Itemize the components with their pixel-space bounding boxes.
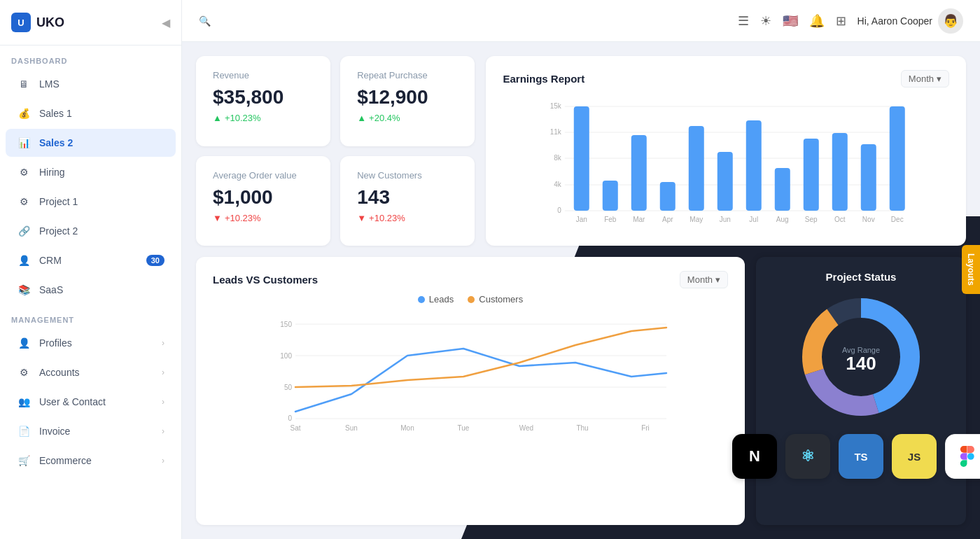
sidebar-item-label: User & Contact: [39, 396, 106, 407]
legend-leads-label: Leads: [429, 294, 454, 304]
project1-icon: ⚙: [17, 195, 31, 209]
stat-card-avg-order: Average Order value $1,000 ▼ +10.23%: [196, 156, 330, 246]
stat-label: Average Order value: [213, 170, 314, 181]
chevron-icon: ›: [162, 338, 164, 348]
donut-chart: Avg Range 140: [798, 294, 924, 420]
svg-rect-19: [832, 133, 848, 211]
content-area: Revenue $35,800 ▲ +10.23% Repeat Purchas…: [182, 42, 980, 539]
svg-text:Feb: Feb: [605, 216, 617, 223]
leads-card: Leads VS Customers Month ▾ Leads: [196, 257, 745, 525]
section-label-management: MANAGEMENT: [0, 304, 181, 328]
sidebar-item-project2[interactable]: 🔗 Project 2: [6, 217, 176, 245]
content-inner: Revenue $35,800 ▲ +10.23% Repeat Purchas…: [196, 56, 966, 525]
saas-icon: 📚: [17, 283, 31, 297]
ecommerce-icon: 🛒: [17, 454, 31, 468]
trend-icon: ▼: [357, 213, 366, 223]
stat-change: ▲ +10.23%: [213, 113, 314, 123]
stat-change: ▼ +10.23%: [213, 213, 314, 223]
chevron-icon: ›: [162, 456, 164, 465]
svg-text:Jan: Jan: [576, 216, 587, 223]
sidebar-item-saas[interactable]: 📚 SaaS: [6, 276, 176, 304]
header: 🔍 ☰ ☀ 🇺🇸 🔔 ⊞ Hi, Aaron Cooper 👨: [182, 0, 980, 42]
stat-card-repeat-purchase: Repeat Purchase $12,900 ▲ +20.4%: [340, 56, 475, 146]
svg-text:11k: 11k: [550, 128, 562, 136]
svg-rect-17: [775, 168, 790, 211]
svg-rect-18: [804, 139, 819, 211]
svg-text:150: 150: [280, 321, 292, 328]
dropdown-icon: ▾: [715, 274, 720, 285]
avatar: 👨: [938, 8, 963, 34]
svg-text:140: 140: [846, 353, 876, 374]
chevron-icon: ›: [162, 426, 164, 436]
sidebar-item-label: Sales 1: [39, 108, 72, 119]
month-select[interactable]: Month ▾: [901, 70, 949, 88]
lms-icon: 🖥: [17, 77, 31, 91]
menu-icon[interactable]: ☰: [738, 13, 749, 29]
sidebar-item-lms[interactable]: 🖥 LMS: [6, 70, 176, 98]
trend-value: +10.23%: [225, 213, 261, 223]
main: 🔍 ☰ ☀ 🇺🇸 🔔 ⊞ Hi, Aaron Cooper 👨 Revenue: [182, 0, 980, 539]
svg-text:50: 50: [284, 384, 293, 391]
theme-icon[interactable]: ☀: [760, 13, 771, 29]
profiles-icon: 👤: [17, 336, 31, 350]
sidebar-item-project1[interactable]: ⚙ Project 1: [6, 188, 176, 216]
sidebar-item-invoice[interactable]: 📄 Invoice ›: [6, 417, 176, 445]
sidebar-item-label: Project 2: [39, 225, 78, 237]
earnings-header: Earnings Report Month ▾: [503, 70, 949, 88]
tech-icon-react: ⚛: [785, 434, 830, 479]
legend-customers-dot: [468, 296, 475, 303]
svg-text:Sat: Sat: [290, 424, 300, 432]
sidebar-item-sales2[interactable]: 📊 Sales 2: [6, 129, 176, 157]
sales1-icon: 💰: [17, 106, 31, 120]
svg-text:Mar: Mar: [634, 216, 646, 223]
user-contact-icon: 👥: [17, 395, 31, 409]
stat-value: $1,000: [213, 186, 314, 209]
logo-text: UKO: [36, 15, 64, 30]
tech-icons-row: N ⚛ TS JS: [732, 434, 980, 479]
stat-value: 143: [357, 186, 458, 209]
sidebar-item-profiles[interactable]: 👤 Profiles ›: [6, 329, 176, 357]
period-label: Month: [687, 274, 713, 285]
svg-rect-16: [746, 120, 762, 211]
sidebar-item-label: Sales 2: [39, 137, 73, 148]
bell-icon[interactable]: 🔔: [809, 13, 825, 29]
sidebar-toggle[interactable]: ◀: [162, 16, 170, 29]
search-box[interactable]: 🔍: [199, 15, 727, 27]
svg-text:Aug: Aug: [776, 216, 789, 223]
header-actions: ☰ ☀ 🇺🇸 🔔 ⊞ Hi, Aaron Cooper 👨: [738, 8, 963, 34]
trend-icon: ▲: [357, 113, 366, 123]
layouts-tab[interactable]: Layouts: [962, 245, 980, 294]
grid-icon[interactable]: ⊞: [836, 13, 846, 29]
svg-text:Nov: Nov: [862, 216, 875, 223]
flag-icon[interactable]: 🇺🇸: [783, 13, 798, 29]
svg-rect-11: [603, 181, 618, 211]
svg-text:15k: 15k: [550, 102, 562, 110]
project2-icon: 🔗: [17, 224, 31, 238]
svg-rect-20: [861, 144, 876, 211]
sidebar-item-crm[interactable]: 👤 CRM 30: [6, 246, 176, 274]
user-info[interactable]: Hi, Aaron Cooper 👨: [858, 8, 963, 34]
accounts-icon: ⚙: [17, 365, 31, 379]
trend-value: +10.23%: [369, 213, 405, 223]
trend-icon: ▲: [213, 113, 222, 123]
top-section: Revenue $35,800 ▲ +10.23% Repeat Purchas…: [196, 56, 966, 246]
project-status-card: Project Status: [756, 257, 966, 525]
earnings-title: Earnings Report: [503, 73, 584, 85]
sidebar-item-accounts[interactable]: ⚙ Accounts ›: [6, 358, 176, 386]
earnings-card: Earnings Report Month ▾ 15k 11k 8k 4k: [486, 56, 966, 246]
sidebar-item-sales1[interactable]: 💰 Sales 1: [6, 99, 176, 127]
sidebar-item-label: Hiring: [39, 167, 65, 178]
sidebar-item-label: Project 1: [39, 196, 78, 207]
svg-rect-15: [718, 152, 733, 211]
logo[interactable]: U UKO: [11, 13, 64, 32]
leads-period-select[interactable]: Month ▾: [680, 271, 728, 288]
month-label: Month: [909, 74, 934, 84]
svg-text:Sun: Sun: [345, 424, 358, 432]
sidebar-item-user-contact[interactable]: 👥 User & Contact ›: [6, 388, 176, 416]
svg-text:Mon: Mon: [400, 424, 414, 432]
svg-rect-10: [574, 106, 589, 211]
legend-leads: Leads: [418, 294, 454, 304]
sidebar-item-ecommerce[interactable]: 🛒 Ecommerce ›: [6, 447, 176, 475]
sidebar-item-hiring[interactable]: ⚙ Hiring: [6, 158, 176, 186]
bottom-section: Leads VS Customers Month ▾ Leads: [196, 257, 966, 525]
